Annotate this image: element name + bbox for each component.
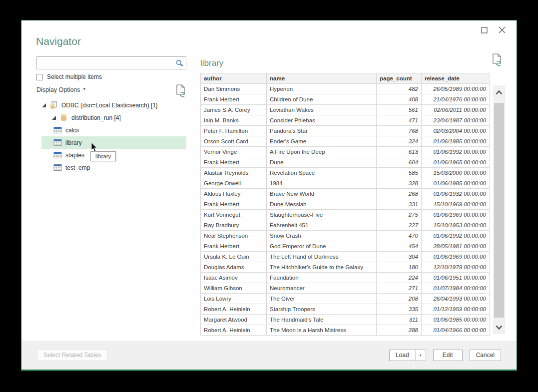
table-cell-name: Pandora's Star — [267, 126, 377, 136]
load-dropdown-button[interactable]: ▾ — [415, 350, 426, 361]
table-cell-name: Brave New World — [267, 189, 377, 199]
table-cell-release_date: 01/07/1984 00:00:00 — [422, 283, 490, 294]
refresh-icon[interactable] — [492, 53, 503, 66]
table-icon — [53, 151, 62, 159]
table-row: Kurt VonnegutSlaughterhouse-Five27501/06… — [201, 210, 490, 220]
tree-item-test-emp[interactable]: test_emp — [41, 161, 186, 174]
table-cell-author: George Orwell — [201, 178, 267, 189]
close-button[interactable] — [497, 24, 508, 35]
table-cell-page_count: 271 — [377, 283, 422, 294]
table-row: Vernor VingeA Fire Upon the Deep61301/06… — [201, 147, 490, 157]
table-row: Frank HerbertGod Emperor of Dune45428/05… — [201, 241, 490, 252]
table-cell-page_count: 585 — [377, 168, 422, 178]
expand-triangle-icon[interactable] — [41, 103, 46, 108]
table-cell-name: 1984 — [267, 178, 377, 189]
table-cell-name: The Hitchhiker's Guide to the Galaxy — [267, 262, 377, 273]
display-options-label: Display Options — [36, 86, 80, 93]
table-cell-release_date: 01/06/1992 00:00:00 — [422, 147, 490, 157]
table-row: Aldous HuxleyBrave New World26801/06/193… — [201, 189, 490, 199]
table-row: Frank HerbertDune Messiah33115/10/1969 0… — [201, 199, 490, 210]
database-icon — [59, 113, 68, 122]
scroll-down-button[interactable] — [493, 322, 505, 332]
table-cell-author: Douglas Adams — [201, 262, 267, 273]
table-cell-author: Frank Herbert — [201, 157, 267, 168]
column-header-page-count: page_count — [377, 73, 422, 84]
table-cell-release_date: 15/10/1953 00:00:00 — [422, 220, 490, 231]
table-cell-release_date: 23/04/1987 00:00:00 — [422, 115, 490, 126]
maximize-button[interactable] — [479, 24, 490, 35]
preview-scrollbar[interactable] — [493, 85, 505, 334]
window-controls — [479, 24, 508, 35]
table-cell-release_date: 01/06/1985 00:00:00 — [422, 178, 490, 189]
table-cell-name: Hyperion — [267, 84, 377, 94]
tree-item-odbc-source[interactable]: ODBC (dsn=Local Elasticsearch) [1] — [41, 99, 186, 111]
table-cell-page_count: 408 — [377, 94, 422, 105]
table-cell-name: The Giver — [267, 294, 377, 304]
tooltip-text: library — [95, 153, 111, 159]
navigation-tree: ODBC (dsn=Local Elasticsearch) [1] distr… — [41, 99, 186, 174]
table-row: Margaret AtwoodThe Handmaid's Tale31101/… — [201, 315, 490, 325]
tree-item-calcs[interactable]: calcs — [41, 124, 186, 136]
table-cell-release_date: 01/06/1932 00:00:00 — [422, 189, 490, 199]
refresh-icon[interactable] — [175, 84, 186, 97]
table-cell-page_count: 288 — [377, 325, 422, 336]
chevron-down-icon: ▾ — [83, 86, 86, 91]
footer: Select Related Tables Load ▾ Edit Cancel — [21, 341, 517, 370]
table-cell-author: Frank Herbert — [201, 241, 267, 252]
table-cell-page_count: 454 — [377, 241, 422, 252]
table-cell-name: Slaughterhouse-Five — [267, 210, 377, 220]
table-cell-page_count: 275 — [377, 210, 422, 220]
table-icon — [53, 138, 62, 147]
table-cell-name: The Handmaid's Tale — [267, 315, 377, 325]
table-cell-release_date: 15/10/1969 00:00:00 — [422, 199, 490, 210]
table-cell-release_date: 28/05/1981 00:00:00 — [422, 241, 490, 252]
table-cell-page_count: 208 — [377, 294, 422, 304]
table-cell-release_date: 01/06/1951 00:00:00 — [422, 273, 490, 283]
table-row: Isaac AsimovFoundation22401/06/1951 00:0… — [201, 273, 490, 283]
search-icon[interactable] — [173, 57, 186, 68]
table-row: Alastair ReynoldsRevelation Space58515/0… — [201, 168, 490, 178]
table-cell-name: Consider Phlebas — [267, 115, 377, 126]
edit-button[interactable]: Edit — [433, 350, 463, 361]
table-cell-page_count: 324 — [377, 136, 422, 147]
odbc-source-icon — [49, 101, 58, 109]
table-cell-name: Ender's Game — [267, 136, 377, 147]
table-row: Peter F. HamiltonPandora's Star76802/03/… — [201, 126, 490, 136]
select-multiple-checkbox[interactable] — [36, 74, 43, 80]
table-cell-author: Isaac Asimov — [201, 273, 267, 283]
maximize-icon — [481, 27, 488, 33]
column-header-release-date: release_date — [422, 73, 490, 84]
table-cell-author: Ursula K. Le Guin — [201, 252, 267, 262]
tree-item-label: staples — [65, 152, 84, 159]
table-cell-author: Frank Herbert — [201, 199, 267, 210]
table-cell-release_date: 01/06/1969 00:00:00 — [422, 210, 490, 220]
select-related-tables-button[interactable]: Select Related Tables — [37, 350, 108, 361]
table-icon — [53, 126, 62, 134]
table-cell-author: James S.A. Corey — [201, 105, 267, 115]
table-header-row: author name page_count release_date — [201, 73, 490, 84]
table-row: Robert A. HeinleinStarship Troopers33501… — [201, 304, 490, 315]
scroll-up-button[interactable] — [493, 87, 505, 97]
table-cell-name: Leviathan Wakes — [267, 105, 377, 115]
table-cell-page_count: 561 — [377, 105, 422, 115]
table-cell-page_count: 604 — [377, 157, 422, 168]
load-button[interactable]: Load — [390, 350, 415, 361]
tree-item-distribution-run[interactable]: distribution_run [4] — [41, 111, 186, 124]
table-cell-author: Ray Bradbury — [201, 220, 267, 231]
preview-table: author name page_count release_date Dan … — [200, 73, 490, 336]
table-cell-name: Neuromancer — [267, 283, 377, 294]
cancel-button[interactable]: Cancel — [470, 350, 501, 361]
search-input[interactable] — [37, 57, 173, 69]
expand-triangle-icon[interactable] — [51, 115, 56, 120]
table-cell-name: God Emperor of Dune — [267, 241, 377, 252]
column-header-author: author — [201, 73, 267, 84]
display-options-dropdown[interactable]: Display Options ▾ — [36, 86, 85, 93]
table-cell-author: Kurt Vonnegut — [201, 210, 267, 220]
table-cell-page_count: 227 — [377, 220, 422, 231]
table-cell-name: A Fire Upon the Deep — [267, 147, 377, 157]
table-row: Frank HerbertDune60401/06/1965 00:00:00 — [201, 157, 490, 168]
tree-item-library[interactable]: library — [41, 136, 186, 149]
table-cell-author: Iain M. Banks — [201, 115, 267, 126]
scrollbar-thumb[interactable] — [494, 103, 504, 318]
table-cell-author: Orson Scott Card — [201, 136, 267, 147]
